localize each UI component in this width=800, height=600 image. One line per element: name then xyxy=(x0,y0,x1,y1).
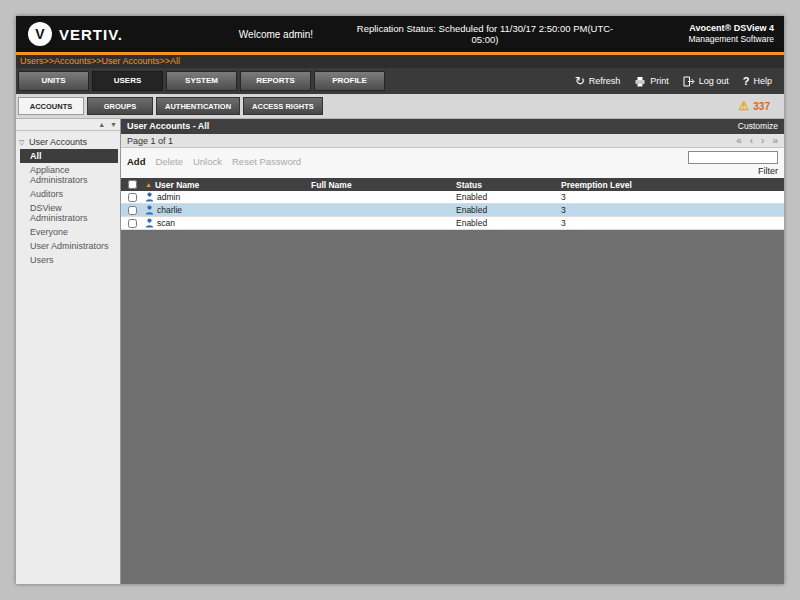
brand-text: VERTIV. xyxy=(59,26,123,43)
accounts-tree: ▽ User Accounts All Appliance Administra… xyxy=(16,131,120,267)
tree-expander-icon[interactable]: ▽ xyxy=(19,139,24,146)
subtab-authentication[interactable]: AUTHENTICATION xyxy=(156,97,240,115)
filter-button[interactable]: Filter xyxy=(758,166,778,176)
tree-item-user-administrators[interactable]: User Administrators xyxy=(16,239,120,253)
col-preemption-level[interactable]: Preemption Level xyxy=(559,180,784,190)
help-icon: ? xyxy=(743,75,750,87)
unlock-button[interactable]: Unlock xyxy=(193,156,222,167)
row-checkbox[interactable] xyxy=(128,206,137,215)
sidebar: ▲ ▼ ▽ User Accounts All Appliance Admini… xyxy=(16,119,121,584)
reset-password-button[interactable]: Reset Password xyxy=(232,156,301,167)
preemption-cell: 3 xyxy=(559,192,784,202)
table-row[interactable]: scan Enabled 3 xyxy=(121,217,784,230)
refresh-button[interactable]: ↻ Refresh xyxy=(575,76,621,86)
content-area: ▲ ▼ ▽ User Accounts All Appliance Admini… xyxy=(16,119,784,584)
user-icon xyxy=(145,218,154,228)
tab-reports[interactable]: REPORTS xyxy=(240,71,311,91)
vertiv-logo-icon: V xyxy=(28,22,52,46)
user-name-cell: scan xyxy=(143,218,309,228)
col-status[interactable]: Status xyxy=(454,180,559,190)
customize-link[interactable]: Customize xyxy=(738,119,778,134)
help-button[interactable]: ? Help xyxy=(743,75,772,87)
alert-badge[interactable]: ⚠ 337 xyxy=(739,99,784,113)
subtab-accounts[interactable]: ACCOUNTS xyxy=(18,97,84,115)
preemption-cell: 3 xyxy=(559,218,784,228)
status-cell: Enabled xyxy=(454,205,559,215)
user-icon xyxy=(145,205,154,215)
tab-units[interactable]: UNITS xyxy=(18,71,89,91)
vertiv-logo: V VERTIV. xyxy=(16,22,206,46)
tree-item-everyone[interactable]: Everyone xyxy=(16,225,120,239)
welcome-text: Welcome admin! xyxy=(206,29,346,40)
subtab-access-rights[interactable]: ACCESS RIGHTS xyxy=(243,97,323,115)
top-header: V VERTIV. Welcome admin! Replication Sta… xyxy=(16,16,784,52)
tab-profile[interactable]: PROFILE xyxy=(314,71,385,91)
table-row[interactable]: charlie Enabled 3 xyxy=(121,204,784,217)
delete-button[interactable]: Delete xyxy=(155,156,182,167)
scroll-down-icon[interactable]: ▼ xyxy=(110,121,117,128)
user-icon xyxy=(145,192,154,202)
help-label: Help xyxy=(753,76,772,86)
tree-root-label: User Accounts xyxy=(29,137,87,147)
toolbar-links: Add Delete Unlock Reset Password xyxy=(127,151,301,167)
sub-tab-bar: ACCOUNTS GROUPS AUTHENTICATION ACCESS RI… xyxy=(16,94,784,119)
user-name-cell: charlie xyxy=(143,205,309,215)
breadcrumb[interactable]: Users>>Accounts>>User Accounts>>All xyxy=(20,56,180,66)
col-full-name[interactable]: Full Name xyxy=(309,180,454,190)
status-cell: Enabled xyxy=(454,218,559,228)
first-page-icon[interactable]: « xyxy=(736,134,742,147)
add-button[interactable]: Add xyxy=(127,156,145,167)
filter-input[interactable] xyxy=(688,151,778,164)
page-info-bar: Page 1 of 1 « ‹ › » xyxy=(121,134,784,148)
print-icon xyxy=(634,76,646,87)
alert-count: 337 xyxy=(753,101,770,112)
app-window: V VERTIV. Welcome admin! Replication Sta… xyxy=(16,16,784,584)
tree-item-all[interactable]: All xyxy=(20,149,118,163)
logout-icon xyxy=(683,76,695,87)
col-user-name[interactable]: ▲ User Name xyxy=(143,180,309,190)
top-actions: ↻ Refresh Print Log out ? Help xyxy=(575,75,784,87)
main-tab-bar: UNITS USERS SYSTEM REPORTS PROFILE ↻ Ref… xyxy=(16,68,784,94)
sort-asc-icon: ▲ xyxy=(145,181,152,188)
logout-label: Log out xyxy=(699,76,729,86)
tree-item-users[interactable]: Users xyxy=(16,253,120,267)
product-name: Avocent® DSView 4 Management Software xyxy=(624,23,784,46)
table-row[interactable]: admin Enabled 3 xyxy=(121,191,784,204)
warning-icon: ⚠ xyxy=(739,99,750,113)
user-name-cell: admin xyxy=(143,192,309,202)
pagination: « ‹ › » xyxy=(736,134,778,147)
col-user-name-label: User Name xyxy=(155,180,199,190)
row-checkbox[interactable] xyxy=(128,219,137,228)
print-label: Print xyxy=(650,76,669,86)
user-name: scan xyxy=(157,218,175,228)
sidebar-scroll-controls: ▲ ▼ xyxy=(16,119,120,131)
select-all-checkbox[interactable] xyxy=(128,180,137,189)
tree-item-dsview-administrators[interactable]: DSView Administrators xyxy=(16,201,120,225)
row-checkbox-cell xyxy=(121,219,143,228)
replication-status: Replication Status: Scheduled for 11/30/… xyxy=(346,23,624,45)
subtab-groups[interactable]: GROUPS xyxy=(87,97,153,115)
print-button[interactable]: Print xyxy=(634,76,669,87)
main-panel: User Accounts - All Customize Page 1 of … xyxy=(121,119,784,584)
product-title: Avocent® DSView 4 xyxy=(624,23,774,35)
tab-system[interactable]: SYSTEM xyxy=(166,71,237,91)
filter-area: Filter xyxy=(688,151,778,176)
last-page-icon[interactable]: » xyxy=(772,134,778,147)
product-subtitle: Management Software xyxy=(624,34,774,45)
table-toolbar: Add Delete Unlock Reset Password Filter xyxy=(121,148,784,178)
user-name: admin xyxy=(157,192,180,202)
scroll-up-icon[interactable]: ▲ xyxy=(98,121,105,128)
row-checkbox-cell xyxy=(121,206,143,215)
page-title: User Accounts - All xyxy=(127,119,209,134)
user-name: charlie xyxy=(157,205,182,215)
row-checkbox[interactable] xyxy=(128,193,137,202)
tree-item-auditors[interactable]: Auditors xyxy=(16,187,120,201)
prev-page-icon[interactable]: ‹ xyxy=(750,134,753,147)
tree-item-appliance-administrators[interactable]: Appliance Administrators xyxy=(16,163,120,187)
tree-root-user-accounts[interactable]: ▽ User Accounts xyxy=(16,135,120,149)
refresh-label: Refresh xyxy=(589,76,621,86)
row-checkbox-cell xyxy=(121,193,143,202)
next-page-icon[interactable]: › xyxy=(761,134,764,147)
tab-users[interactable]: USERS xyxy=(92,71,163,91)
logout-button[interactable]: Log out xyxy=(683,76,729,87)
